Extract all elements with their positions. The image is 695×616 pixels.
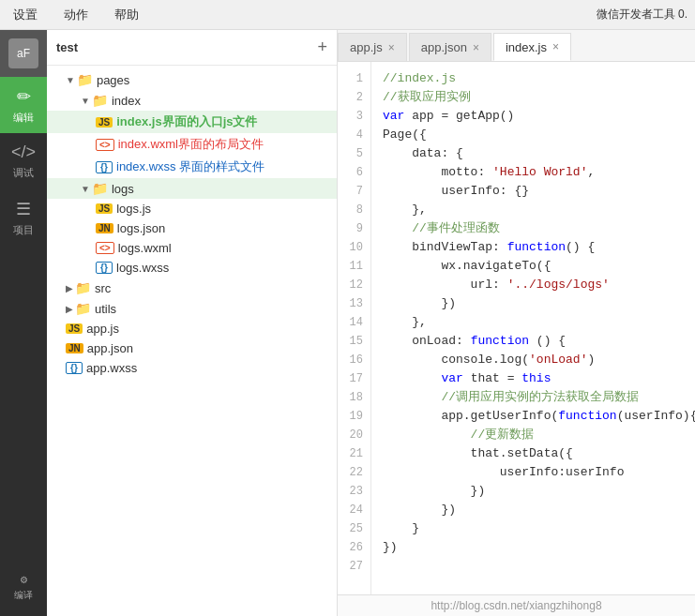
folder-logs-icon: 📁 [92, 181, 108, 196]
badge-wxss-logswxss: {} [96, 262, 113, 274]
menu-bar: 设置 动作 帮助 微信开发者工具 0. [0, 0, 695, 30]
file-tree: test + ▼ 📁 pages ▼ 📁 index JS index.js界面… [47, 30, 338, 616]
file-app-wxss[interactable]: {} app.wxss [47, 358, 337, 378]
code-line-16: console.log('onLoad') [383, 351, 695, 369]
editor-tabs: app.js × app.json × index.js × [338, 30, 695, 62]
code-line-10: bindViewTap: function() { [383, 238, 695, 257]
avatar[interactable]: aF [0, 30, 47, 77]
code-line-11: wx.navigateTo({ [383, 257, 695, 276]
file-app-js[interactable]: JS app.js [47, 319, 337, 338]
file-index-wxml[interactable]: <> index.wxml界面的布局文件 [47, 133, 337, 156]
folder-logs[interactable]: ▼ 📁 logs [47, 178, 337, 199]
footer-text: http://blog.csdn.net/xiangzhihong8 [431, 599, 601, 612]
code-line-18: //调用应用实例的方法获取全局数据 [383, 388, 695, 407]
code-line-25: } [383, 519, 695, 538]
code-line-14: }, [383, 313, 695, 332]
folder-utils-icon: 📁 [75, 301, 91, 316]
file-logswxml-label: logs.wxml [118, 241, 172, 255]
file-appwxss-label: app.wxss [86, 361, 137, 375]
menu-actions[interactable]: 动作 [58, 3, 94, 27]
file-logs-wxss[interactable]: {} logs.wxss [47, 258, 337, 278]
sidebar-icons: aF ✏ 编辑 </> 调试 ☰ 项目 ⚙ 编译 [0, 30, 47, 616]
folder-src-icon: 📁 [75, 280, 91, 295]
file-logswxss-label: logs.wxss [116, 261, 169, 275]
file-tree-header: test + [47, 30, 337, 66]
project-icon: ☰ [16, 199, 31, 219]
chevron-utils: ▶ [66, 304, 73, 314]
code-line-9: //事件处理函数 [383, 219, 695, 238]
code-line-20: //更新数据 [383, 426, 695, 444]
file-logs-js[interactable]: JS logs.js [47, 199, 337, 218]
tab-appjs-label: app.js [350, 40, 383, 54]
debug-label: 调试 [13, 166, 34, 180]
badge-js-indexjs: JS [96, 117, 113, 128]
badge-json-logsjson: JN [96, 223, 113, 233]
code-line-27 [383, 557, 695, 576]
editor-label: 编辑 [13, 111, 34, 125]
badge-js-logsjs: JS [96, 203, 113, 214]
file-indexjs-label: index.js界面的入口js文件 [116, 113, 257, 130]
code-line-21: that.setData({ [383, 444, 695, 463]
folder-index[interactable]: ▼ 📁 index [47, 90, 337, 111]
code-line-23: }) [383, 482, 695, 501]
tab-indexjs-label: index.js [506, 40, 547, 54]
code-line-19: app.getUserInfo(function(userInfo){ [383, 407, 695, 426]
tab-appjs-close[interactable]: × [388, 41, 395, 54]
file-logs-wxml[interactable]: <> logs.wxml [47, 238, 337, 258]
badge-wxss-indexwxss: {} [96, 161, 113, 173]
folder-index-label: index [112, 94, 141, 108]
tab-appjson[interactable]: app.json × [409, 33, 491, 61]
tab-indexjs-close[interactable]: × [552, 40, 559, 53]
file-appjson-label: app.json [87, 341, 133, 355]
project-title: test [56, 40, 78, 54]
folder-pages[interactable]: ▼ 📁 pages [47, 69, 337, 90]
menu-help[interactable]: 帮助 [109, 3, 144, 27]
sidebar-item-editor[interactable]: ✏ 编辑 [0, 77, 47, 133]
compile-label: 编译 [14, 589, 33, 602]
tab-appjson-label: app.json [421, 40, 467, 54]
file-app-json[interactable]: JN app.json [47, 338, 337, 358]
main-layout: aF ✏ 编辑 </> 调试 ☰ 项目 ⚙ 编译 test + [0, 30, 695, 616]
avatar-image: aF [8, 38, 38, 68]
code-line-17: var that = this [383, 369, 695, 388]
add-file-button[interactable]: + [317, 38, 327, 57]
badge-wxml-indexwxml: <> [96, 139, 114, 151]
chevron-index: ▼ [81, 96, 90, 106]
badge-wxml-logswxml: <> [96, 242, 114, 254]
badge-json-appjson: JN [66, 343, 83, 353]
menu-settings[interactable]: 设置 [8, 3, 43, 27]
tab-indexjs[interactable]: index.js × [493, 33, 571, 61]
project-label: 项目 [13, 223, 34, 237]
file-logsjs-label: logs.js [116, 202, 151, 216]
code-line-13: }) [383, 294, 695, 313]
file-appjs-label: app.js [86, 322, 119, 336]
folder-src[interactable]: ▶ 📁 src [47, 278, 337, 298]
folder-utils-label: utils [95, 302, 116, 316]
folder-utils[interactable]: ▶ 📁 utils [47, 298, 337, 319]
code-line-4: Page({ [383, 126, 695, 144]
tree-content: ▼ 📁 pages ▼ 📁 index JS index.js界面的入口js文件… [47, 66, 337, 616]
tab-appjson-close[interactable]: × [473, 41, 479, 54]
sidebar-bottom: ⚙ 编译 [0, 560, 47, 616]
badge-js-appjs: JS [66, 323, 83, 334]
code-line-26: }) [383, 538, 695, 557]
chevron-logs: ▼ [81, 184, 90, 194]
folder-index-icon: 📁 [92, 93, 108, 108]
code-editor[interactable]: 1 2 3 4 5 6 7 8 9 10 11 12 13 14 15 16 1… [338, 62, 695, 594]
sidebar-item-debug[interactable]: </> 调试 [0, 133, 47, 189]
code-line-24: }) [383, 501, 695, 519]
code-line-8: }, [383, 201, 695, 219]
file-index-wxss[interactable]: {} index.wxss 界面的样式文件 [47, 156, 337, 178]
menu-bar-right: 微信开发者工具 0. [597, 7, 687, 23]
code-line-22: userInfo:userInfo [383, 463, 695, 482]
chevron-pages: ▼ [66, 75, 75, 85]
folder-pages-icon: 📁 [77, 72, 93, 87]
tab-appjs[interactable]: app.js × [338, 33, 407, 61]
code-line-5: data: { [383, 144, 695, 163]
folder-logs-label: logs [112, 182, 134, 196]
file-logs-json[interactable]: JN logs.json [47, 218, 337, 238]
compile-icon: ⚙ [20, 575, 28, 585]
file-index-js[interactable]: JS index.js界面的入口js文件 [47, 111, 337, 133]
sidebar-item-compile[interactable]: ⚙ 编译 [0, 560, 47, 616]
sidebar-item-project[interactable]: ☰ 项目 [0, 189, 47, 246]
